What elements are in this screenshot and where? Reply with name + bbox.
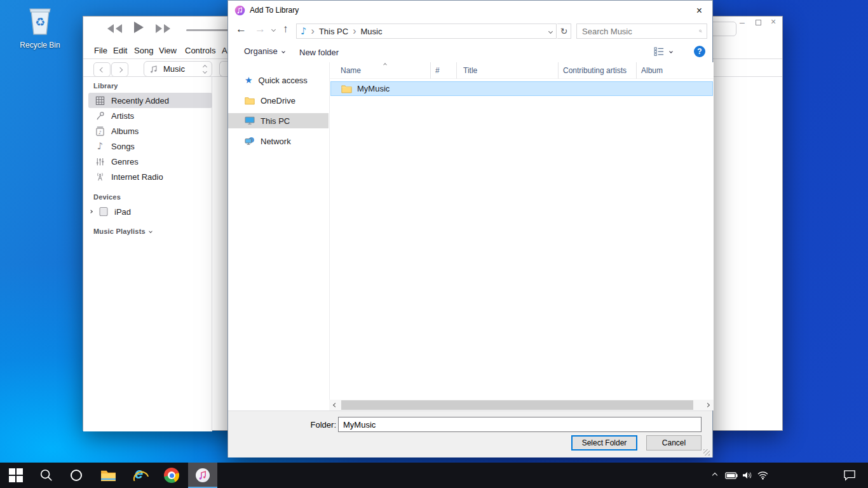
sidebar-item-genres[interactable]: Genres	[88, 154, 212, 169]
search-box[interactable]	[576, 24, 707, 39]
album-icon: ♪	[95, 126, 105, 136]
recycle-bin[interactable]: ♻ Recycle Bin	[14, 5, 66, 50]
location-music-note-icon: ♪	[301, 27, 307, 36]
itunes-maximize-button[interactable]	[756, 20, 761, 25]
file-explorer-button[interactable]	[93, 463, 123, 488]
fast-forward-icon	[156, 24, 162, 33]
music-note-icon: ♪	[95, 140, 105, 152]
media-picker-value: Music	[163, 64, 185, 74]
scrollbar-thumb[interactable]	[341, 400, 693, 410]
sidebar-item-label: Genres	[111, 157, 139, 166]
sidebar-item-songs[interactable]: ♪ Songs	[88, 139, 212, 154]
menu-file[interactable]: File	[92, 42, 110, 59]
sidebar-item-label: iPad	[114, 207, 131, 217]
folder-label: Folder:	[298, 420, 336, 430]
playlists-header[interactable]: Music Playlists	[93, 227, 152, 235]
resize-grip[interactable]	[703, 449, 710, 456]
chrome-icon	[164, 468, 179, 483]
play-button[interactable]	[134, 22, 144, 36]
itunes-taskbar-button[interactable]	[188, 463, 217, 488]
details-view-icon	[654, 46, 665, 56]
address-dropdown-chevron[interactable]	[548, 29, 553, 33]
nav-item-quick-access[interactable]: ★ Quick access	[228, 72, 329, 88]
wifi-icon[interactable]	[754, 463, 771, 488]
breadcrumb-separator-icon: ›	[353, 25, 356, 37]
new-folder-button[interactable]: New folder	[299, 46, 339, 58]
nav-item-onedrive[interactable]: OneDrive	[228, 93, 329, 108]
column-number[interactable]: #	[431, 62, 457, 79]
view-options-button[interactable]	[654, 46, 672, 56]
start-button[interactable]	[1, 463, 31, 488]
sidebar-item-ipad[interactable]: iPad	[88, 204, 212, 219]
menu-controls[interactable]: Controls	[182, 42, 218, 59]
hidden-icons-chevron[interactable]	[708, 463, 722, 488]
rewind-icon	[107, 24, 114, 33]
action-center-icon[interactable]	[839, 463, 860, 488]
chrome-button[interactable]	[157, 463, 186, 488]
horizontal-scrollbar[interactable]	[329, 400, 714, 410]
sidebar-item-albums[interactable]: ♪ Albums	[88, 123, 212, 139]
breadcrumb-music[interactable]: Music	[360, 27, 382, 36]
radio-tower-icon	[95, 172, 105, 182]
file-row-mymusic[interactable]: MyMusic	[330, 81, 713, 96]
ipad-icon	[98, 207, 109, 217]
dialog-nav-pane: ★ Quick access OneDrive This PC Network	[228, 62, 329, 400]
help-button[interactable]: ?	[694, 46, 705, 57]
search-input[interactable]	[577, 27, 699, 36]
file-explorer-icon	[100, 469, 116, 482]
itunes-back-button[interactable]	[93, 62, 111, 77]
media-picker[interactable]: Music	[144, 61, 212, 77]
rewind-button[interactable]	[107, 24, 122, 33]
cortana-button[interactable]	[62, 463, 91, 488]
scroll-left-button[interactable]	[329, 400, 341, 410]
organise-dropdown-chevron	[281, 50, 285, 53]
nav-item-network[interactable]: Network	[228, 133, 329, 149]
itunes-minimize-button[interactable]: –	[740, 17, 749, 26]
select-folder-button[interactable]: Select Folder	[571, 435, 637, 451]
column-contributing-artists[interactable]: Contributing artists	[559, 62, 637, 79]
itunes-close-button[interactable]: ×	[771, 17, 776, 27]
dialog-close-button[interactable]: ×	[685, 1, 714, 20]
network-icon	[245, 137, 255, 146]
breadcrumb-separator-icon: ›	[311, 25, 315, 37]
itunes-forward-button[interactable]	[111, 62, 128, 77]
fast-forward-button[interactable]	[156, 24, 170, 33]
sidebar-item-internet-radio[interactable]: Internet Radio	[88, 169, 212, 184]
sidebar-item-label: Artists	[111, 111, 134, 121]
refresh-button[interactable]: ↻	[557, 24, 571, 39]
volume-slider[interactable]	[186, 29, 231, 31]
taskbar: e	[0, 463, 868, 488]
microphone-icon	[95, 111, 105, 121]
svg-text:♻: ♻	[35, 15, 45, 29]
dialog-title: Add To Library	[250, 6, 299, 15]
battery-icon[interactable]	[723, 463, 740, 488]
address-bar[interactable]: ♪ › This PC › Music	[296, 24, 557, 39]
menu-song[interactable]: Song	[132, 42, 156, 59]
cancel-button[interactable]: Cancel	[646, 435, 702, 451]
menu-view[interactable]: View	[156, 42, 179, 59]
chevron-up-icon	[203, 64, 207, 69]
folder-icon	[245, 97, 255, 105]
back-button[interactable]: ←	[236, 22, 247, 36]
sidebar-item-recently-added[interactable]: Recently Added	[88, 93, 212, 108]
column-name[interactable]: Name	[330, 62, 431, 79]
sidebar-item-label: Internet Radio	[111, 172, 163, 182]
up-button[interactable]: ↑	[283, 22, 288, 36]
recent-locations-chevron[interactable]	[271, 27, 276, 32]
expand-chevron-icon[interactable]	[89, 210, 93, 214]
column-title[interactable]: Title	[457, 62, 559, 79]
itunes-app-icon	[234, 5, 245, 16]
folder-name-input[interactable]	[338, 417, 702, 432]
column-album[interactable]: Album	[637, 62, 714, 79]
taskbar-search-button[interactable]	[32, 463, 61, 488]
sidebar-item-artists[interactable]: Artists	[88, 108, 212, 123]
internet-explorer-button[interactable]: e	[126, 463, 155, 488]
dialog-titlebar[interactable]: Add To Library ×	[228, 1, 712, 20]
menu-edit[interactable]: Edit	[111, 42, 130, 59]
monitor-icon	[245, 116, 255, 125]
forward-button[interactable]: →	[255, 22, 266, 36]
organise-button[interactable]: Organise	[244, 46, 285, 56]
nav-item-this-pc[interactable]: This PC	[228, 113, 329, 128]
scroll-right-button[interactable]	[702, 400, 714, 410]
breadcrumb-this-pc[interactable]: This PC	[319, 27, 348, 36]
